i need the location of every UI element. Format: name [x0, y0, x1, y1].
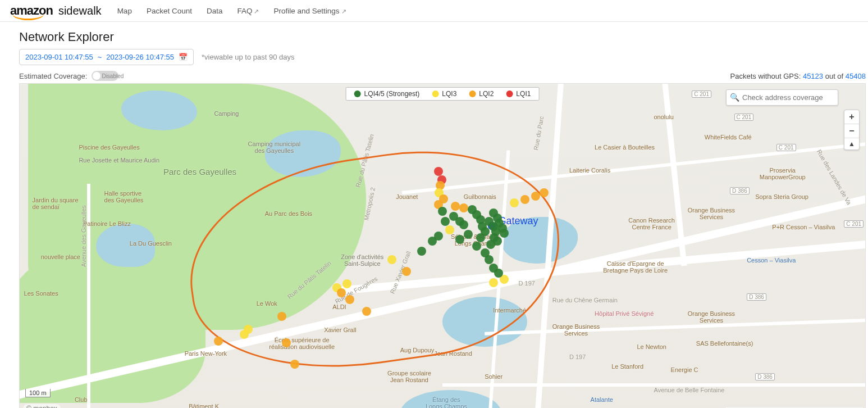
- map-label: Proservia ManpowerGroup: [760, 167, 806, 180]
- map-label: Piscine des Gayeulles: [79, 144, 139, 151]
- packet-dot[interactable]: [441, 217, 450, 226]
- nav-links: Map Packet Count Data FAQ Profile and Se…: [117, 7, 346, 15]
- packet-dot[interactable]: [402, 267, 411, 276]
- map-label: Zone d'activités Saint-Sulpice: [341, 253, 383, 267]
- map-label: D 386: [747, 293, 766, 301]
- coverage-label: Estimated Coverage:: [19, 72, 87, 80]
- map-label: Orange Business Services: [688, 310, 735, 324]
- map-label: Les Sonates: [24, 290, 58, 297]
- map-label: Avenue des Gayeulles: [80, 205, 87, 267]
- map-label: Xavier Grall: [324, 327, 356, 333]
- packets-count[interactable]: 45123: [803, 72, 823, 80]
- map-label: Orange Business Services: [688, 207, 735, 220]
- map-label: Sopra Steria Group: [755, 193, 808, 200]
- legend-lqi3: LQI3: [432, 90, 456, 98]
- map-label: Le Casier à Bouteilles: [595, 144, 655, 151]
- packets-status: Packets without GPS: 45123 out of 45408: [730, 72, 866, 80]
- map-label: Canon Research Centre France: [628, 217, 675, 230]
- compass-button[interactable]: ▲: [844, 138, 859, 149]
- map-label: ALDI: [332, 303, 346, 310]
- nav-settings[interactable]: Profile and Settings: [273, 7, 346, 15]
- packet-dot[interactable]: [277, 312, 286, 321]
- coverage-toggle-text: Disabled: [102, 73, 124, 79]
- map-label: C 201: [692, 90, 711, 98]
- packet-dot[interactable]: [337, 288, 346, 297]
- map-label: nouvelle place: [41, 253, 80, 260]
- map-label: Jean Rostand: [434, 350, 472, 357]
- date-range-picker[interactable]: 2023-09-01 10:47:55 ~ 2023-09-26 10:47:5…: [19, 49, 194, 65]
- map-label: Hôpital Privé Sévigné: [595, 310, 654, 317]
- packet-dot[interactable]: [445, 225, 454, 234]
- map-label: C 201: [734, 114, 754, 121]
- nav-faq[interactable]: FAQ: [237, 7, 259, 15]
- coverage-toggle[interactable]: Disabled: [92, 71, 118, 81]
- map-label: Atalante: [591, 396, 613, 403]
- map-label: Halle sportive des Gayeulles: [104, 190, 144, 203]
- map-label: Cesson – Viasilva: [747, 257, 796, 264]
- packet-dot[interactable]: [282, 338, 291, 347]
- packet-dot[interactable]: [345, 295, 354, 304]
- packet-dot[interactable]: [459, 220, 468, 229]
- date-row: 2023-09-01 10:47:55 ~ 2023-09-26 10:47:5…: [19, 49, 858, 65]
- packet-dot[interactable]: [494, 269, 503, 278]
- packet-dot[interactable]: [387, 255, 396, 264]
- map-label: D 386: [730, 187, 750, 194]
- map-label: Aug Dupouy: [400, 347, 435, 353]
- map-label: Intermarché: [493, 307, 526, 314]
- brand-sidewalk: sidewalk: [58, 4, 102, 17]
- packet-dot[interactable]: [500, 229, 509, 238]
- page-title: Network Explorer: [19, 30, 858, 44]
- map-label: Sohier: [485, 373, 502, 380]
- packet-dot[interactable]: [520, 195, 529, 204]
- map-label: SAS Bellefontaine(s): [696, 340, 753, 347]
- nav-packet-count[interactable]: Packet Count: [147, 7, 192, 15]
- map-label: WhiteFields Café: [705, 134, 752, 140]
- date-hint: *viewable up to past 90 days: [202, 53, 295, 61]
- map-label: Camping: [214, 110, 239, 117]
- map-label: Avenue de Belle Fontaine: [654, 387, 725, 393]
- packets-label: Packets without GPS:: [730, 72, 801, 80]
- map-label: Jardin du square de sendaï: [33, 197, 79, 210]
- mapbox-logo: © mapbox: [23, 404, 61, 408]
- map-label: Energie C: [671, 366, 698, 373]
- packet-dot[interactable]: [417, 247, 426, 256]
- map-label: Caisse d'Epargne de Bretagne Pays de Loi…: [603, 260, 668, 274]
- map-label: onolulu: [654, 114, 674, 120]
- packets-of: out of: [825, 72, 844, 80]
- map-label: Parc des Gayeulles: [163, 167, 236, 176]
- packet-dot[interactable]: [472, 242, 481, 251]
- calendar-icon: 📅: [179, 53, 188, 61]
- map-label: Au Parc des Bois: [265, 210, 312, 217]
- map-label: Patinoire Le Blizz: [83, 220, 131, 227]
- legend-dot-icon: [354, 90, 361, 97]
- packet-dot[interactable]: [434, 167, 443, 176]
- map-road: [87, 184, 90, 408]
- packet-dot[interactable]: [489, 208, 498, 217]
- map-label: Rue du Chêne Germain: [552, 297, 618, 303]
- map-label: Groupe scolaire Jean Rostand: [387, 370, 431, 383]
- nav-map[interactable]: Map: [117, 7, 132, 15]
- packet-dot[interactable]: [455, 235, 464, 244]
- map-label: Laiterie Coralis: [569, 167, 610, 174]
- date-from: 2023-09-01 10:47:55: [25, 53, 93, 61]
- map-search-input[interactable]: [726, 89, 838, 106]
- map-label: Camping municipal des Gayeulles: [248, 140, 301, 154]
- map-label: Le Stanford: [611, 363, 643, 370]
- zoom-in-button[interactable]: +: [844, 110, 859, 124]
- packets-total[interactable]: 45408: [846, 72, 866, 80]
- date-sep: ~: [98, 53, 102, 61]
- status-row: Estimated Coverage: Disabled Packets wit…: [0, 65, 868, 83]
- legend-lqi45: LQI4/5 (Strongest): [354, 90, 420, 98]
- map-canvas[interactable]: Parc des Gayeulles Camping municipal des…: [19, 83, 866, 408]
- zoom-out-button[interactable]: −: [844, 124, 859, 138]
- nav-data[interactable]: Data: [207, 7, 223, 15]
- search-icon: 🔍: [730, 93, 739, 102]
- map-label: D 197: [569, 353, 586, 360]
- map-zoom-controls: + − ▲: [844, 110, 860, 150]
- map-label: Orange Business Services: [552, 323, 600, 337]
- map-label: Paris New-York: [185, 350, 227, 357]
- legend-lqi2: LQI2: [469, 90, 494, 98]
- map-label: Guilbonnais: [464, 193, 496, 200]
- map-label: Club: [75, 396, 88, 403]
- packet-dot[interactable]: [362, 307, 371, 316]
